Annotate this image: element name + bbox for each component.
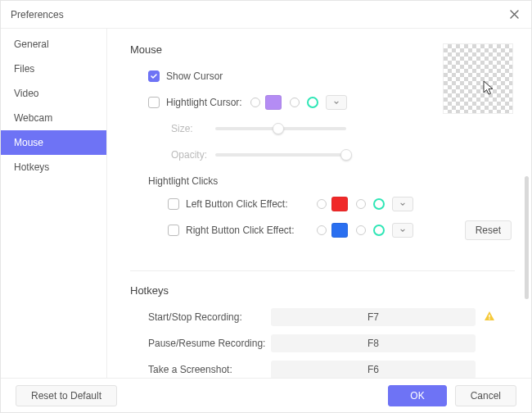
left-click-label: Left Button Click Effect: xyxy=(186,198,309,210)
opacity-slider[interactable] xyxy=(215,153,346,157)
hotkey-field-start-stop[interactable]: F7 xyxy=(271,308,476,326)
cursor-arrow-icon xyxy=(483,80,496,99)
highlight-cursor-label: Hightlight Cursor: xyxy=(166,97,242,108)
scrollbar[interactable] xyxy=(525,176,529,299)
chevron-down-icon xyxy=(399,201,406,207)
sidebar-item-video[interactable]: Video xyxy=(1,81,106,106)
left-click-row: Left Button Click Effect: xyxy=(130,195,515,213)
body: General Files Video Webcam Mouse Hotkeys… xyxy=(1,29,531,378)
highlight-cursor-solid-radio[interactable] xyxy=(250,98,260,107)
left-click-solid-swatch[interactable] xyxy=(331,197,348,211)
hotkey-field-screenshot[interactable]: F6 xyxy=(271,361,476,378)
size-row: Size: xyxy=(130,120,515,138)
hotkey-row-start-stop: Start/Stop Recording: F7 xyxy=(130,308,515,326)
sidebar: General Files Video Webcam Mouse Hotkeys xyxy=(1,29,107,378)
content-pane: Mouse Show Cursor Hightlight Cursor: xyxy=(107,29,531,378)
sidebar-item-label: Hotkeys xyxy=(14,161,49,173)
cancel-button[interactable]: Cancel xyxy=(455,385,516,406)
right-click-solid-radio[interactable] xyxy=(317,225,327,235)
size-label: Size: xyxy=(171,123,215,134)
highlight-cursor-ring-radio[interactable] xyxy=(290,98,300,107)
reset-to-default-button[interactable]: Reset to Default xyxy=(16,385,117,406)
hotkey-row-pause-resume: Pause/Resume Recording: F8 xyxy=(130,334,515,352)
hotkey-field-pause-resume[interactable]: F8 xyxy=(271,334,476,352)
right-click-label: Right Button Click Effect: xyxy=(186,225,309,236)
right-click-ring-radio[interactable] xyxy=(356,225,366,235)
highlight-cursor-dropdown[interactable] xyxy=(326,95,347,110)
hotkey-label: Pause/Resume Recording: xyxy=(148,338,271,349)
sidebar-item-label: Webcam xyxy=(14,112,52,124)
ok-button[interactable]: OK xyxy=(388,385,446,406)
sidebar-item-hotkeys[interactable]: Hotkeys xyxy=(1,155,106,179)
svg-rect-1 xyxy=(489,318,489,319)
highlight-cursor-checkbox[interactable] xyxy=(148,97,160,108)
hotkeys-section-title: Hotkeys xyxy=(130,284,515,297)
highlight-cursor-ring-swatch[interactable] xyxy=(304,95,321,110)
svg-rect-0 xyxy=(489,315,489,318)
warning-icon xyxy=(484,311,495,324)
right-click-row: Right Button Click Effect: xyxy=(130,221,515,239)
hotkey-row-screenshot: Take a Screenshot: F6 xyxy=(130,361,515,378)
reset-button[interactable]: Reset xyxy=(465,220,512,240)
left-click-ring-swatch[interactable] xyxy=(371,197,387,211)
sidebar-item-mouse[interactable]: Mouse xyxy=(1,130,106,155)
left-click-dropdown[interactable] xyxy=(392,197,413,211)
sidebar-item-webcam[interactable]: Webcam xyxy=(1,106,106,130)
section-divider xyxy=(130,270,515,271)
preferences-window: Preferences General Files Video Webcam M… xyxy=(0,0,532,413)
cursor-preview xyxy=(443,43,513,114)
right-click-dropdown[interactable] xyxy=(392,223,413,238)
window-title: Preferences xyxy=(11,9,64,20)
right-click-ring-swatch[interactable] xyxy=(371,223,387,238)
footer: Reset to Default OK Cancel xyxy=(1,378,531,412)
chevron-down-icon xyxy=(399,227,406,234)
chevron-down-icon xyxy=(333,99,340,106)
close-icon[interactable] xyxy=(507,7,521,22)
sidebar-item-label: Files xyxy=(14,63,34,75)
right-click-checkbox[interactable] xyxy=(168,225,179,236)
show-cursor-checkbox[interactable] xyxy=(148,70,160,82)
size-slider[interactable] xyxy=(215,127,346,130)
sidebar-item-label: General xyxy=(14,39,49,50)
highlight-clicks-title: Hightlight Clicks xyxy=(148,175,515,187)
opacity-label: Opacity: xyxy=(171,149,215,161)
right-click-solid-swatch[interactable] xyxy=(331,223,348,238)
highlight-cursor-solid-swatch[interactable] xyxy=(265,95,282,110)
show-cursor-label: Show Cursor xyxy=(166,70,223,82)
hotkey-label: Start/Stop Recording: xyxy=(148,311,271,323)
sidebar-item-label: Mouse xyxy=(14,137,43,148)
sidebar-item-general[interactable]: General xyxy=(1,32,106,57)
left-click-ring-radio[interactable] xyxy=(356,199,366,209)
sidebar-item-label: Video xyxy=(14,88,38,99)
hotkey-label: Take a Screenshot: xyxy=(148,364,271,375)
opacity-row: Opacity: xyxy=(130,146,515,164)
left-click-solid-radio[interactable] xyxy=(317,199,327,209)
left-click-checkbox[interactable] xyxy=(168,198,179,210)
sidebar-item-files[interactable]: Files xyxy=(1,57,106,81)
titlebar: Preferences xyxy=(1,1,531,29)
